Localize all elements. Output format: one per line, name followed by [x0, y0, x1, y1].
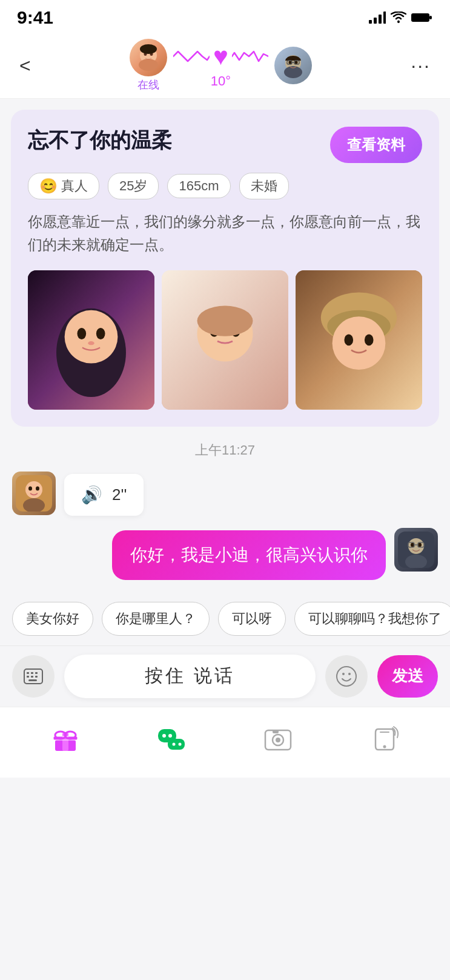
svg-point-33	[333, 316, 386, 370]
svg-point-35	[365, 334, 374, 345]
svg-rect-50	[27, 672, 29, 674]
online-badge: 在线	[137, 78, 159, 92]
sender-boy-avatar	[394, 528, 438, 572]
svg-rect-69	[168, 739, 185, 750]
chat-timestamp: 上午11:27	[12, 441, 438, 459]
profile-name: 忘不了你的温柔	[28, 127, 172, 155]
signal-icon	[369, 12, 386, 24]
boy-avatar	[274, 47, 312, 84]
voice-input-button[interactable]: 按住 说话	[64, 655, 316, 698]
wifi-icon	[391, 12, 406, 24]
svg-rect-56	[28, 679, 37, 681]
svg-point-38	[28, 486, 32, 490]
heart-degree: 10°	[211, 73, 231, 89]
bottom-phone-button[interactable]	[357, 719, 412, 759]
emoji-button[interactable]	[325, 655, 368, 698]
profile-photo-2[interactable]	[162, 270, 288, 410]
left-wave-icon	[173, 49, 210, 64]
svg-point-59	[348, 673, 351, 675]
quick-reply-4[interactable]: 可以聊聊吗？我想你了	[294, 602, 450, 636]
svg-rect-2	[379, 15, 382, 24]
profile-card: 忘不了你的温柔 查看资料 😊 真人 25岁 165cm 未婚 你愿意靠近一点，我…	[11, 110, 439, 427]
bottom-photo-button[interactable]	[251, 719, 305, 759]
svg-rect-3	[383, 12, 386, 24]
profile-description: 你愿意靠近一点，我们的缘分就多一点，你愿意向前一点，我们的未来就确定一点。	[28, 210, 422, 257]
svg-point-29	[197, 305, 253, 336]
voice-message-bubble[interactable]: 🔊 2''	[64, 474, 144, 516]
battery-icon	[411, 12, 433, 23]
svg-point-11	[140, 44, 157, 54]
emoji-icon	[336, 665, 357, 687]
svg-rect-6	[429, 16, 432, 19]
profile-photo-1[interactable]	[28, 270, 154, 410]
svg-rect-53	[27, 676, 29, 678]
svg-rect-1	[374, 18, 377, 24]
sender-girl-avatar	[12, 472, 56, 515]
svg-rect-75	[273, 730, 279, 733]
svg-rect-55	[35, 676, 38, 678]
quick-reply-3[interactable]: 可以呀	[218, 602, 286, 636]
svg-rect-54	[31, 676, 33, 678]
svg-point-4	[397, 21, 400, 23]
girl-avatar	[130, 39, 167, 76]
photo-grid	[28, 270, 422, 410]
svg-rect-51	[31, 672, 33, 674]
nav-center: 在线 ♥ 10°	[130, 39, 312, 92]
quick-reply-2[interactable]: 你是哪里人？	[102, 602, 210, 636]
heart-icon: ♥	[213, 42, 228, 71]
tag-height: 165cm	[167, 174, 230, 198]
svg-point-76	[383, 745, 386, 748]
quick-reply-1[interactable]: 美女你好	[12, 602, 93, 636]
svg-point-57	[337, 667, 356, 686]
message-row-text: 你好，我是小迪，很高兴认识你	[12, 528, 438, 580]
svg-rect-77	[380, 732, 389, 733]
svg-point-21	[65, 310, 118, 364]
view-profile-button[interactable]: 查看资料	[330, 127, 422, 163]
profile-photo-3[interactable]	[296, 270, 422, 410]
keyboard-icon	[24, 668, 43, 685]
message-row-voice: 🔊 2''	[12, 472, 438, 516]
profile-tags: 😊 真人 25岁 165cm 未婚	[28, 173, 422, 199]
svg-rect-0	[369, 20, 372, 24]
wechat-icon	[157, 724, 187, 755]
quick-replies: 美女你好 你是哪里人？ 可以呀 可以聊聊吗？我想你了	[0, 592, 450, 645]
bottom-wechat-button[interactable]	[145, 719, 199, 759]
bottom-bar	[0, 707, 450, 778]
svg-point-24	[88, 341, 94, 345]
gift-icon	[50, 724, 81, 755]
svg-point-71	[178, 742, 181, 745]
bottom-gift-button[interactable]	[38, 719, 93, 759]
heart-center: ♥ 10°	[173, 42, 268, 89]
svg-point-67	[162, 734, 166, 738]
phone-icon	[369, 724, 400, 755]
svg-point-37	[25, 481, 42, 498]
svg-point-70	[172, 742, 175, 745]
photo-icon	[263, 724, 293, 755]
text-message-bubble: 你好，我是小迪，很高兴认识你	[112, 530, 386, 580]
input-bar: 按住 说话 发送	[0, 645, 450, 707]
voice-play-icon: 🔊	[81, 485, 102, 505]
svg-rect-5	[411, 13, 429, 22]
svg-point-22	[78, 328, 87, 339]
svg-point-58	[342, 673, 345, 675]
status-bar: 9:41	[0, 0, 450, 33]
chat-area: 上午11:27 🔊 2''	[0, 441, 450, 580]
voice-duration: 2''	[112, 485, 127, 504]
right-wave-icon	[232, 49, 268, 64]
send-button[interactable]: 发送	[377, 655, 438, 698]
tag-age: 25岁	[108, 173, 159, 199]
svg-point-68	[168, 734, 172, 738]
svg-point-34	[344, 334, 353, 345]
top-nav: < 在线 ♥	[0, 33, 450, 99]
tag-real: 😊 真人	[28, 173, 99, 199]
keyboard-button[interactable]	[12, 655, 55, 698]
more-button[interactable]: ···	[406, 50, 435, 82]
status-time: 9:41	[17, 7, 53, 28]
svg-point-8	[139, 59, 158, 71]
profile-header: 忘不了你的温柔 查看资料	[28, 127, 422, 163]
svg-point-39	[36, 486, 39, 490]
svg-point-23	[96, 328, 105, 339]
status-icons	[369, 12, 433, 24]
back-button[interactable]: <	[15, 50, 36, 82]
tag-marriage: 未婚	[239, 173, 289, 199]
